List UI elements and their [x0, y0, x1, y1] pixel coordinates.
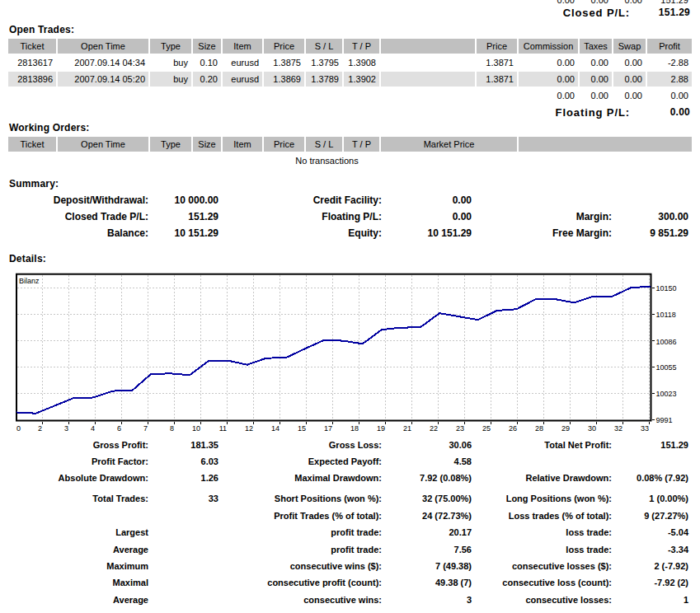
x-axis-label: 17	[324, 424, 332, 433]
stat-row: Total Trades:33Short Positions (won %):3…	[0, 494, 700, 505]
stat-row: Averageconsecutive wins:3consecutive los…	[0, 596, 700, 606]
cell-size: 0.10	[193, 55, 221, 70]
cell-commission: 0.00	[519, 72, 578, 87]
summary-value: 9 851.29	[650, 228, 688, 238]
col-header-price: Price	[264, 137, 304, 152]
col-header-taxes: Taxes	[580, 39, 612, 54]
no-transactions-message: No transactions	[8, 153, 646, 168]
stat-label: Maximum	[106, 562, 148, 571]
col-header-ticket: Ticket	[8, 137, 56, 152]
open-trades-table: Ticket Open Time Type Size Item Price S …	[7, 37, 693, 121]
stat-label: consecutive wins ($):	[290, 562, 382, 571]
stat-value: 181.35	[190, 441, 218, 450]
col-header-item: Item	[223, 39, 262, 54]
floating-pl-value: 0.00	[647, 105, 692, 119]
col-header-swap: Swap	[613, 39, 646, 54]
stat-row: Absolute Drawdown:1.26Maximal Drawdown:7…	[0, 474, 700, 484]
stat-label: Loss trades (% of total):	[509, 512, 612, 521]
stat-value: 9 (27.27%)	[644, 512, 688, 521]
open-total-taxes: 0.00	[580, 88, 612, 103]
cell-commission: 0.00	[519, 55, 578, 70]
stat-label: Total Net Profit:	[544, 441, 612, 450]
stat-label: Largest	[115, 528, 148, 537]
stat-row: Gross Profit:181.35Gross Loss:30.06Total…	[0, 441, 700, 452]
x-axis-label: 32	[614, 424, 622, 433]
stat-label: loss trade:	[566, 545, 612, 555]
col-header-commission: Commission	[519, 39, 578, 54]
stat-value: 32 (75.00%)	[422, 494, 472, 503]
cell-profit: 2.88	[647, 72, 692, 87]
x-axis-label: 28	[535, 424, 543, 433]
y-axis-label: 9991	[656, 416, 673, 424]
cell-open-time: 2007.09.14 04:34	[58, 55, 148, 70]
open-trades-header-row: Ticket Open Time Type Size Item Price S …	[8, 39, 692, 54]
cell-blank	[381, 55, 475, 70]
stat-value: 4.58	[454, 457, 472, 466]
col-header-tp: T / P	[344, 39, 379, 54]
stat-label: Profit Factor:	[92, 457, 148, 466]
cell-size: 0.20	[193, 72, 221, 87]
chart-title: Bilanz	[19, 277, 40, 285]
stat-row: Largestprofit trade:20.17loss trade:-5.0…	[0, 528, 700, 539]
x-axis-label: 7	[143, 424, 148, 433]
stat-label: consecutive wins:	[303, 596, 382, 605]
summary-label: Closed Trade P/L:	[65, 212, 148, 222]
cell-ticket: 2813896	[8, 72, 56, 87]
stat-value: 49.38 (7)	[435, 578, 472, 587]
stat-value: 0.08% (7.92)	[637, 474, 688, 483]
x-axis-label: 23	[456, 424, 464, 433]
stat-row: Profit Trades (% of total):24 (72.73%)Lo…	[0, 512, 700, 522]
summary-value: 0.00	[453, 195, 472, 205]
stat-value: 7.56	[454, 545, 472, 555]
working-orders-header-row: Ticket Open Time Type Size Item Price S …	[8, 137, 692, 152]
cell-profit: -2.88	[647, 55, 692, 70]
summary-label: Deposit/Withdrawal:	[54, 195, 148, 205]
y-axis-label: 10023	[656, 390, 677, 398]
summary-value: 151.29	[188, 212, 218, 222]
open-total-profit: 0.00	[647, 88, 692, 103]
x-axis-label: 29	[561, 424, 570, 433]
summary-label: Equity:	[348, 228, 382, 238]
col-header-market-price: Market Price	[381, 137, 517, 152]
cell-price2: 1.3871	[477, 72, 517, 87]
working-orders-heading: Working Orders:	[9, 123, 89, 133]
stat-label: consecutive profit (count):	[267, 578, 382, 587]
summary-label: Margin:	[576, 212, 612, 222]
summary-value: 10 151.29	[428, 228, 472, 238]
stat-value: -5.04	[668, 528, 688, 537]
cell-taxes: 0.00	[580, 55, 612, 70]
col-header-blank	[381, 39, 475, 54]
cell-ticket: 2813617	[8, 55, 56, 70]
stat-value: 151.29	[660, 441, 688, 450]
x-axis-label: 30	[588, 424, 596, 433]
open-total-swap: 0.00	[613, 88, 646, 103]
col-header-size: Size	[193, 39, 221, 54]
col-header-type: Type	[150, 137, 191, 152]
col-header-trailing-blank	[519, 137, 692, 152]
cell-open-time: 2007.09.14 05:20	[58, 72, 148, 87]
stat-label: Expected Payoff:	[308, 457, 382, 466]
balance-chart: 1015010118100861005510023999102346781011…	[0, 268, 700, 441]
summary-value: 10 000.00	[175, 195, 218, 205]
cell-item: eurusd	[223, 55, 262, 70]
closed-pl-label: Closed P/L:	[8, 5, 646, 20]
x-axis-label: 15	[298, 424, 306, 433]
no-transactions-row: No transactions	[8, 153, 692, 168]
col-header-sl: S / L	[306, 137, 342, 152]
stat-value: 7 (49.38)	[435, 562, 472, 571]
stat-value: -3.34	[668, 545, 688, 555]
x-axis-label: 11	[219, 424, 227, 433]
col-header-tp: T / P	[344, 137, 379, 152]
stat-label: Gross Profit:	[93, 441, 148, 450]
cell-tp: 1.3908	[344, 55, 379, 70]
x-axis-label: 0	[16, 424, 21, 433]
stat-row: Averageprofit trade:7.56loss trade:-3.34	[0, 545, 700, 556]
x-axis-label: 12	[245, 424, 253, 433]
x-axis-label: 14	[271, 424, 280, 433]
stat-value: 33	[209, 494, 218, 503]
y-axis-label: 10086	[656, 338, 677, 346]
x-axis-label: 10	[192, 424, 200, 433]
summary-value: 300.00	[658, 212, 688, 222]
open-totals-row: 0.00 0.00 0.00 0.00	[8, 88, 692, 103]
x-axis-label: 25	[482, 424, 491, 433]
